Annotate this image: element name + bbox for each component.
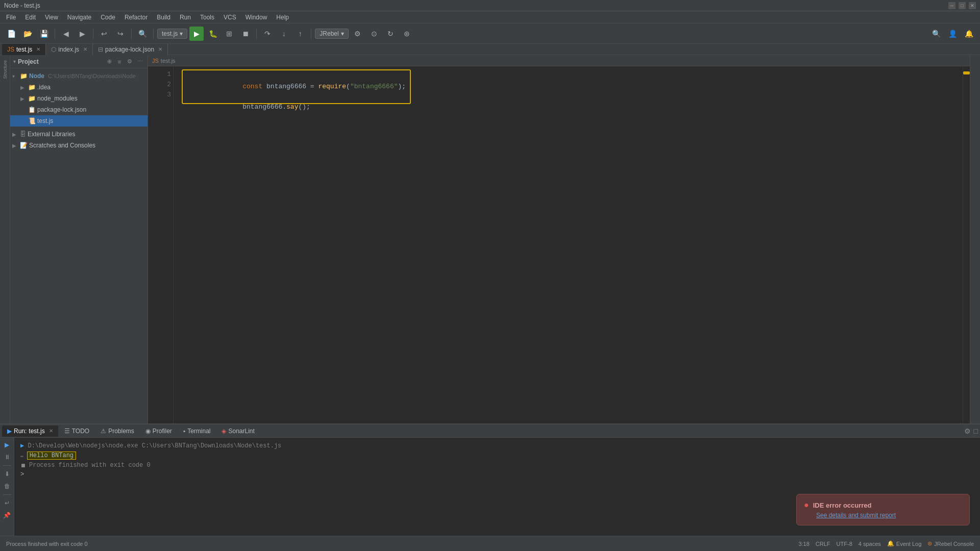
menu-view[interactable]: View [41,13,62,22]
bottom-tab-problems[interactable]: ⚠ Problems [95,425,139,437]
menu-window[interactable]: Window [241,13,272,22]
step-into-button[interactable]: ↓ [277,27,291,41]
status-process-label: Process finished with exit code 0 [6,541,88,547]
tab-package-lock[interactable]: ⊟ package-lock.json ✕ [93,44,168,55]
forward-button[interactable]: ▶ [75,27,89,41]
tab-index-js[interactable]: ⬡ index.js ✕ [46,44,93,55]
bottom-tab-todo[interactable]: ☰ TODO [59,425,94,437]
menu-refactor[interactable]: Refactor [120,13,152,22]
collapse-all-button[interactable]: ≡ [115,57,124,66]
maximize-panel-icon[interactable]: □ [974,427,978,435]
search-button[interactable]: 🔍 [929,27,943,41]
clear-output-button[interactable]: 🗑 [2,481,12,491]
module-string: "bntang6666" [350,83,398,90]
tree-scratches[interactable]: ▶ 📝 Scratches and Consoles [10,140,148,151]
jrebel-toggle-button[interactable]: ⊛ [400,27,414,41]
scroll-to-end-button[interactable]: ⬇ [2,469,12,479]
stop-button[interactable]: ⏹ [238,27,253,41]
ide-error-link[interactable]: See details and submit report [816,512,962,519]
coverage-button[interactable]: ⊞ [222,27,236,41]
redo-button[interactable]: ↪ [113,27,128,41]
code-editor[interactable]: 1 2 3 const bntang6666 = require("bntang… [148,66,970,423]
new-file-button[interactable]: 📄 [4,27,18,41]
bottom-tab-run[interactable]: ▶ Run: test.js ✕ [2,425,58,437]
structure-label[interactable]: Structure [2,58,9,81]
tree-package-lock[interactable]: ▶ 📋 package-lock.json [10,104,148,115]
run-tab-icon: ▶ [7,428,12,435]
menu-run[interactable]: Run [176,13,195,22]
exit-text: Process finished with exit code 0 [29,462,151,469]
maximize-button[interactable]: □ [959,2,966,9]
settings-button[interactable]: ⚙ [351,27,365,41]
ide-error-header: ● IDE error occurred [804,500,962,510]
locate-file-button[interactable]: ⊕ [105,57,114,66]
menu-vcs[interactable]: VCS [219,13,240,22]
close-test-js-icon[interactable]: ✕ [36,46,40,52]
project-settings-button[interactable]: ⚙ [125,57,134,66]
status-charset[interactable]: UTF-8 [837,541,852,547]
run-config-dropdown[interactable]: test.js ▾ [157,29,187,39]
save-button[interactable]: 💾 [37,27,51,41]
right-structure-panel [970,55,980,423]
tree-idea-folder[interactable]: ▶ 📁 .idea [10,82,148,93]
bottom-tab-sonarlint[interactable]: ◈ SonarLint [216,425,259,437]
rerun-button[interactable]: ▶ [2,440,12,450]
bottom-tab-terminal[interactable]: ▪ Terminal [178,425,216,437]
jrebel-dropdown[interactable]: JRebel ▾ [315,29,348,39]
stop-run-button[interactable]: ⏸ [2,452,12,462]
open-button[interactable]: 📂 [20,27,35,41]
debug-button[interactable]: 🐛 [206,27,220,41]
menu-build[interactable]: Build [153,13,175,22]
search-everywhere-button[interactable]: 🔍 [135,27,150,41]
undo-button[interactable]: ↩ [97,27,111,41]
ide-error-title: IDE error occurred [813,502,872,509]
ext-arrow-icon: ▶ [12,132,18,137]
content-area: Structure ▾ Project ⊕ ≡ ⚙ ⋯ ▾ 📁 Node [0,55,980,536]
close-index-js-icon[interactable]: ✕ [83,46,87,52]
stop-icon: ⏹ [20,462,26,469]
minimize-button[interactable]: ─ [948,2,955,9]
tree-node-root[interactable]: ▾ 📁 Node C:\Users\BNTang\Downloads\Node [10,70,148,82]
code-highlight-region: const bntang6666 = require("bntang6666")… [182,69,411,104]
soft-wrap-button[interactable]: ↵ [2,498,12,508]
user-button[interactable]: 👤 [945,27,960,41]
step-over-button[interactable]: ↷ [260,27,275,41]
status-crlf[interactable]: CRLF [816,541,830,547]
back-button[interactable]: ◀ [59,27,73,41]
menu-tools[interactable]: Tools [196,13,218,22]
menu-code[interactable]: Code [96,13,119,22]
close-package-lock-icon[interactable]: ✕ [158,46,162,52]
run-left-strip: ▶ ⏸ ⬇ 🗑 ↵ 📌 [0,438,14,536]
terminal-icon: ▪ [183,428,185,435]
notifications-button[interactable]: 🔔 [962,27,976,41]
run-button[interactable]: ▶ [189,27,204,41]
menu-help[interactable]: Help [272,13,293,22]
tree-external-libraries[interactable]: ▶ 🗄 External Libraries [10,129,148,140]
status-indent[interactable]: 4 spaces [859,541,881,547]
tree-node-modules[interactable]: ▶ 📁 node_modules [10,93,148,104]
scratch-arrow-icon: ▶ [12,143,18,148]
project-options-button[interactable]: ⋯ [135,57,144,66]
problems-icon: ⚠ [101,428,106,435]
tree-test-js[interactable]: ▶ 📜 test.js [10,115,148,127]
bottom-tab-profiler[interactable]: ◉ Profiler [140,425,177,437]
step-out-button[interactable]: ↑ [293,27,307,41]
menu-file[interactable]: File [2,13,20,22]
equals-punc: = [306,83,318,90]
menu-edit[interactable]: Edit [21,13,40,22]
profile-button[interactable]: ⊙ [367,27,381,41]
code-line-1: const bntang6666 = require("bntang6666")… [187,71,406,82]
menu-navigate[interactable]: Navigate [63,13,95,22]
code-content[interactable]: const bntang6666 = require("bntang6666")… [174,66,963,423]
pkg-label: package-lock.json [37,106,86,113]
pin-button[interactable]: 📌 [2,510,12,520]
status-jrebel[interactable]: ⊛ JRebel Console [927,540,974,547]
status-process-text: Process finished with exit code 0 [6,541,88,547]
close-button[interactable]: ✕ [969,2,976,9]
run-tab-close-icon[interactable]: ✕ [49,428,53,434]
reload-jrebel-button[interactable]: ↻ [383,27,398,41]
tab-test-js[interactable]: JS test.js ✕ [2,44,46,55]
settings-panel-icon[interactable]: ⚙ [964,427,971,435]
status-event-log[interactable]: 🔔 Event Log [887,540,922,547]
status-position[interactable]: 3:18 [798,541,809,547]
